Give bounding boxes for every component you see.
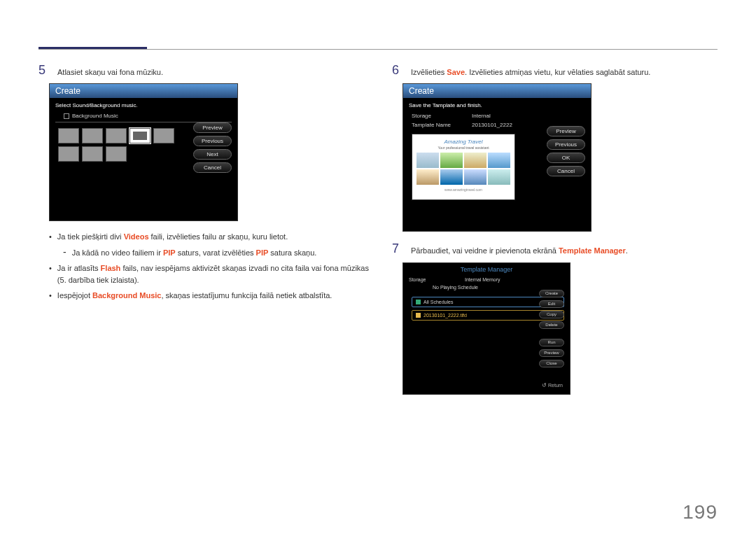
- screen-button-column: Preview Previous OK Cancel: [547, 126, 585, 176]
- preview-button[interactable]: Preview: [193, 122, 232, 133]
- template-name-label: Tamplate Name: [412, 122, 461, 128]
- step-6: 6 Izvēlieties Save. Izvēlieties atmiņas …: [392, 63, 721, 78]
- step-5: 5 Atlasiet skaņu vai fona mūziku.: [38, 63, 374, 78]
- return-button[interactable]: Return: [403, 381, 570, 390]
- close-button[interactable]: Close: [539, 360, 564, 367]
- travel-footer: www.amazingtravel.com: [416, 188, 510, 192]
- tm-storage-value: Internal Memory: [465, 277, 500, 282]
- preview-button[interactable]: Preview: [539, 349, 564, 357]
- thumb[interactable]: [106, 146, 127, 162]
- thumb[interactable]: [58, 146, 79, 162]
- tm-title: Template Manager: [403, 263, 570, 276]
- storage-label: Storage: [412, 113, 461, 119]
- check-icon: [416, 300, 421, 304]
- tm-button-col-2: Run Preview Close: [539, 339, 564, 367]
- previous-button[interactable]: Previous: [547, 139, 585, 150]
- step-text: Izvēlieties Save. Izvēlieties atmiņas vi…: [411, 63, 650, 78]
- travel-title: Amazing Travel: [416, 139, 510, 145]
- check-icon: [416, 313, 421, 318]
- step-number: 6: [392, 63, 402, 78]
- tm-storage-row: Storage Internal Memory: [409, 277, 564, 282]
- bullet-videos: Ja tiek piešķirti divi Videos faili, izv…: [38, 231, 374, 243]
- tm-file-label: 20130101_2222.tlfd: [424, 313, 467, 318]
- cancel-button[interactable]: Cancel: [193, 162, 232, 173]
- screen-instruction: Select Sound/Background music.: [55, 102, 232, 108]
- screen-title: Create: [403, 84, 591, 98]
- create-screen-save: Create Save the Tamplate and finish. Sto…: [402, 83, 592, 232]
- thumb[interactable]: [58, 128, 79, 143]
- screen-button-column: Preview Previous Next Cancel: [193, 122, 232, 173]
- thumb[interactable]: [106, 128, 127, 143]
- left-column: 5 Atlasiet skaņu vai fona mūziku. Create…: [38, 63, 374, 306]
- tm-no-schedule: No Playing Schedule: [433, 285, 564, 290]
- bullet-flash: Ja ir atlasīts Flash fails, nav iespējam…: [38, 262, 374, 286]
- copy-button[interactable]: Copy: [539, 311, 564, 318]
- ok-button[interactable]: OK: [547, 153, 585, 163]
- thumb-selected[interactable]: [130, 128, 150, 143]
- template-manager-screen: Template Manager Storage Internal Memory…: [402, 262, 570, 395]
- delete-button[interactable]: Delete: [539, 321, 564, 329]
- storage-row: Storage Internal: [409, 113, 585, 119]
- previous-button[interactable]: Previous: [193, 136, 232, 146]
- create-screen-sound: Create Select Sound/Background music. Ba…: [49, 83, 238, 221]
- template-preview-card: Amazing Travel Your professional travel …: [412, 134, 515, 200]
- header-divider: [38, 49, 718, 50]
- return-label: Return: [548, 383, 563, 388]
- template-name-value: 20130101_2222: [472, 122, 512, 128]
- bullet-bgmusic: Iespējojot Background Music, skaņas iest…: [38, 290, 374, 302]
- step5-bullets: Ja tiek piešķirti divi Videos faili, izv…: [38, 231, 374, 302]
- edit-button[interactable]: Edit: [539, 300, 564, 308]
- step-number: 7: [392, 241, 402, 256]
- screen-instruction: Save the Tamplate and finish.: [409, 102, 585, 108]
- travel-images: [416, 153, 510, 185]
- step-number: 5: [38, 63, 49, 78]
- tm-storage-label: Storage: [409, 277, 430, 282]
- page-number: 199: [682, 501, 718, 524]
- cancel-button[interactable]: Cancel: [547, 166, 585, 176]
- thumb[interactable]: [82, 128, 103, 143]
- create-button[interactable]: Create: [539, 290, 564, 297]
- sub-bullet-pip: Ja kādā no video failiem ir PIP saturs, …: [38, 247, 374, 259]
- next-button[interactable]: Next: [193, 149, 232, 160]
- storage-value: Internal: [472, 113, 491, 119]
- thumb[interactable]: [153, 128, 174, 143]
- background-music-label: Background Music: [72, 113, 118, 119]
- tm-all-label: All Schedules: [424, 300, 453, 304]
- screen-title: Create: [50, 84, 237, 98]
- right-column: 6 Izvēlieties Save. Izvēlieties atmiņas …: [392, 63, 721, 395]
- background-music-option[interactable]: Background Music: [64, 113, 232, 119]
- step-text: Atlasiet skaņu vai fona mūziku.: [57, 63, 163, 78]
- checkbox-icon[interactable]: [64, 113, 69, 119]
- preview-button[interactable]: Preview: [547, 126, 585, 136]
- step-7: 7 Pārbaudiet, vai veidne ir pievienota e…: [392, 241, 721, 256]
- run-button[interactable]: Run: [539, 339, 564, 346]
- tm-button-col-1: Create Edit Copy Delete: [539, 290, 564, 329]
- thumb[interactable]: [82, 146, 103, 162]
- travel-subtitle: Your professional travel assistant: [416, 146, 510, 150]
- step-text: Pārbaudiet, vai veidne ir pievienota ekr…: [411, 241, 628, 256]
